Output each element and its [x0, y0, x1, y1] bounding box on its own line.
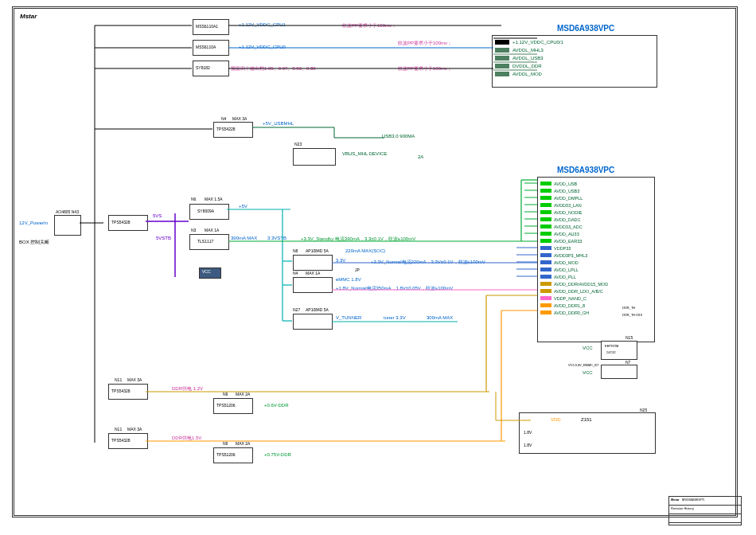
- tpsc-spec: MAX 3A: [127, 427, 142, 432]
- tps2-name: TPS54328: [111, 220, 131, 225]
- n25-v2: 1.8V: [524, 443, 532, 447]
- legend-item: +1.12V_VDDC_CPU0/1: [495, 38, 654, 46]
- legend-item: AVDDL_MOD: [495, 70, 654, 78]
- tpsb-ref: N9: [223, 392, 228, 396]
- tpsa-spec: MAX 3A: [127, 377, 142, 382]
- tpsb-name: TPS51206: [216, 403, 236, 408]
- n15-vcc: VCC: [583, 346, 593, 350]
- reg-u1-name: MSS6110A1: [196, 24, 218, 29]
- pin-item: AVDD_DMPLL: [540, 194, 652, 201]
- tps2-out: 5VS: [153, 213, 162, 218]
- tpsa-note: DDR供电 1.2V: [172, 385, 203, 392]
- n8-a: 220mA MAX(SOC): [345, 248, 385, 253]
- pin-item: AVDD_EAR33: [540, 237, 652, 244]
- stb-cur: 390mA MAX: [231, 236, 257, 240]
- pin-item: AVDD_PLL: [540, 273, 652, 280]
- relay-ref: AO4805 N43: [56, 209, 79, 214]
- n4b-ref: N4: [293, 271, 298, 275]
- legend-item: DVDDL_DDR: [495, 62, 654, 70]
- reg-u1-out: +1.12V_VDDC_CPU1: [239, 22, 286, 27]
- pin-item: AVDD_MOD: [540, 259, 652, 266]
- vbus-cur: 2A: [418, 154, 423, 159]
- reg-u3-note: 预留四个输出档1.05、0.97、0.92、0.85: [231, 65, 316, 72]
- n4-out: +1.8V_Normal电流350mA，1.8V±0.05V，纹波≤100mV: [336, 285, 453, 292]
- tps1-name: TPS54228: [216, 127, 236, 131]
- n8-v: 3.3V: [336, 258, 345, 263]
- n15-eeprom: EEPROM: [605, 344, 618, 348]
- legend-item: AVDDL_USB3: [495, 54, 654, 62]
- tpsa-ref: N11: [115, 377, 122, 382]
- ap1084: AP1084D 5A: [306, 248, 329, 253]
- tpsc-note: DDR供电1.5V: [172, 435, 201, 442]
- tpsd-ref: N9: [223, 441, 228, 446]
- pin-item: VDDP_NAND_C: [540, 295, 652, 302]
- tpsd-name: TPS51206: [216, 452, 236, 457]
- tpsb-out: +0.6V-DDR: [264, 403, 289, 408]
- vtuner: V_TUNNER: [336, 315, 361, 320]
- n25-ref: N25: [640, 408, 647, 412]
- jp: JP: [355, 268, 360, 272]
- n6-spec: MAX 1.5A: [205, 197, 223, 201]
- n27-ref: N27: [293, 307, 300, 312]
- tps1-ref: N4: [221, 116, 226, 121]
- tpsd-spec: MAX 2A: [236, 441, 250, 446]
- vcc-label: VCC: [202, 269, 211, 274]
- n23-ref: N23: [294, 142, 302, 146]
- pin-item: VDDP33: [540, 244, 652, 252]
- relay-box: [54, 215, 81, 236]
- pin-item: AVDD_AU33: [540, 230, 652, 237]
- pin-item: AVDD33_ADC: [540, 223, 652, 230]
- legend-item: AVDDL_MHL3: [495, 46, 654, 54]
- n15-ref: N15: [625, 335, 633, 340]
- n25-v1: 1.8V: [524, 430, 532, 435]
- vstb: 5VSTB: [156, 236, 171, 240]
- n8-ref: N8: [293, 248, 298, 253]
- tls1117: TLS1117: [197, 239, 213, 244]
- reg-u2-note: 纹波PP要求小于100mv；: [398, 40, 452, 47]
- tuner-v: tuner 3.3V: [384, 315, 406, 320]
- pin-item: AVDD_USB3: [540, 187, 652, 194]
- tpsd-out: +0.75V-DDR: [264, 452, 291, 457]
- pin-item: AVDD_DDR/AVDD15_MOD: [540, 280, 652, 287]
- box-ctrl-label: BOX 控制关断: [19, 239, 49, 246]
- n27-box: [293, 314, 333, 330]
- tps1-out: +5V_USBMHL: [263, 121, 294, 126]
- n4b-spec: MAX 1A: [306, 271, 320, 275]
- plus5v: +5V: [239, 204, 247, 209]
- power-in-label: 12V_PowerIn: [19, 221, 48, 225]
- vendor-logo: Mstar: [20, 13, 37, 20]
- chip-title-1: MSD6A938VPC: [557, 24, 614, 33]
- pin-block: AVDD_USBAVDD_USB3AVDD_DMPLLAVDD33_LANAVD…: [537, 177, 655, 342]
- ddr-sub1: DDR_TH: [622, 306, 635, 310]
- reg-u2-out: +1.12V_VDDC_CPU0: [239, 45, 286, 49]
- legend-1: +1.12V_VDDC_CPU0/1AVDDL_MHL3AVDDL_USB3DV…: [492, 35, 657, 88]
- pin-item: AVDD3P3_MHL3: [540, 252, 652, 259]
- stb-33: 3.3VSTB: [267, 236, 286, 240]
- n4b-box: [293, 277, 333, 293]
- n23-box: [293, 148, 336, 166]
- tpsb-spec: MAX 2A: [236, 392, 250, 396]
- reg-u3-note2: 纹波PP要求小于100mv；: [398, 65, 452, 72]
- pin-item: AVDD33_LAN: [540, 201, 652, 209]
- emmc: eMMC 1.8V: [336, 277, 361, 282]
- ap1084b: AP1084D 5A: [306, 307, 329, 312]
- tuner-cur: 300mA MAX: [427, 315, 453, 320]
- pin-item: AVDD_USB: [540, 180, 652, 187]
- reg-u3-name: SY8182: [196, 65, 210, 70]
- n7-box: [601, 365, 637, 379]
- n8-box: [293, 255, 333, 271]
- reg-u2-name: MSS6110A: [196, 45, 216, 49]
- n7-ref: N7: [625, 360, 630, 365]
- tpsc-name: TPS54328: [111, 438, 131, 443]
- n3-ref: N3: [191, 228, 196, 232]
- n7-vcc: VCC: [583, 370, 593, 375]
- sy8009a: SY8009A: [197, 209, 214, 213]
- n25-chip: Z151: [581, 417, 592, 422]
- n15-size: 24C32: [606, 350, 616, 354]
- n6-ref: N6: [191, 197, 196, 201]
- usb-note: USB3.0 900MA: [382, 134, 415, 139]
- ddr-sub2: DDR_TH IDIS: [622, 313, 642, 317]
- pin-item: AVDD_DADC: [540, 216, 652, 223]
- tps1-spec: MAX 3A: [232, 116, 247, 121]
- tpsa-name: TPS54328: [111, 389, 131, 393]
